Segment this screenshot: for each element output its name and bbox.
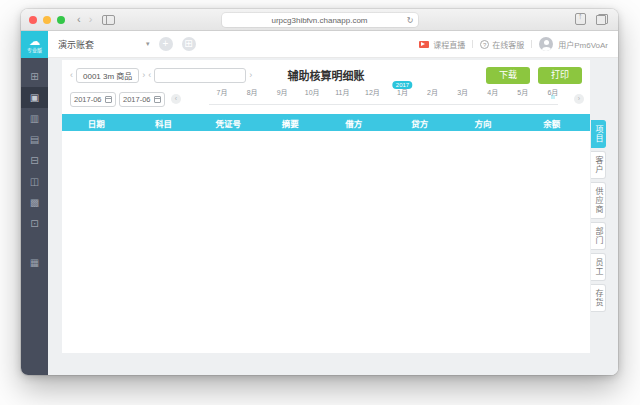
back-button[interactable]: ‹ [77, 14, 81, 25]
timeline-months: 7月8月9月10月11月12月20171月2月3月4月5月6月 [213, 88, 562, 112]
app-sidebar: ⊞▣▥▤⊟◫▩⊡▦ [21, 58, 48, 375]
month-label: 5月 [514, 88, 532, 97]
month-item[interactable]: 7月 [213, 88, 231, 112]
chevron-down-icon[interactable]: ▾ [146, 40, 150, 48]
tabs-overview-icon[interactable] [596, 14, 608, 25]
share-icon[interactable] [575, 13, 586, 25]
add-account-set-button[interactable]: + [159, 37, 173, 51]
print-button[interactable]: 打印 [538, 67, 582, 84]
date-to-input[interactable]: 2017-06 [119, 92, 165, 107]
download-button[interactable]: 下载 [486, 67, 530, 84]
sidebar-item-checkout-icon[interactable]: ▦ [21, 252, 48, 273]
column-header: 摘要 [260, 117, 321, 129]
sidebar-item-settings-icon[interactable]: ⊡ [21, 213, 48, 234]
column-header: 凭证号 [197, 117, 260, 129]
month-item[interactable]: 4月 [484, 88, 502, 112]
month-item[interactable]: 5月 [514, 88, 532, 112]
month-item[interactable]: 20171月 [393, 88, 411, 112]
month-label: 10月 [303, 88, 321, 97]
aux-tab-部门[interactable]: 部门 [591, 222, 606, 250]
traffic-lights [29, 16, 65, 24]
month-label: 7月 [213, 88, 231, 97]
month-label: 11月 [333, 88, 351, 97]
sidebar-item-inventory-icon[interactable]: ▩ [21, 192, 48, 213]
cloud-icon: ☁ [29, 36, 40, 47]
browser-titlebar: ‹ › urpcg3hibfvn.chanapp.com ↻ [21, 9, 618, 31]
month-timeline: 7月8月9月10月11月12月20171月2月3月4月5月6月 [183, 86, 572, 112]
sidebar-item-desktop-icon[interactable]: ⊞ [21, 66, 48, 87]
video-camera-icon [419, 41, 429, 48]
forward-button[interactable]: › [89, 14, 93, 25]
month-item[interactable]: 11月 [333, 88, 351, 112]
sidebar-toggle-icon[interactable] [102, 15, 115, 25]
cash-icon: ▤ [30, 134, 39, 145]
year-badge: 2017 [393, 81, 412, 89]
timeline-prev-icon[interactable]: ‹ [171, 94, 181, 104]
desktop-icon: ⊞ [30, 71, 38, 82]
aux-tab-供应商[interactable]: 供应商 [591, 182, 606, 219]
table-header: 日期科目凭证号摘要借方贷方方向余额 [62, 114, 590, 131]
month-item[interactable]: 3月 [454, 88, 472, 112]
user-name-label: 用户Pm6VoAr [558, 39, 608, 50]
url-text: urpcg3hibfvn.chanapp.com [271, 16, 367, 25]
sidebar-item-report-icon[interactable]: ▥ [21, 108, 48, 129]
month-item[interactable]: 2月 [424, 88, 442, 112]
divider [472, 40, 473, 48]
date-from-value: 2017-06 [74, 95, 102, 104]
sidebar-item-cash-icon[interactable]: ▤ [21, 129, 48, 150]
aux-tab-项目[interactable]: 项目 [591, 120, 606, 148]
month-item[interactable]: 10月 [303, 88, 321, 112]
live-course-label: 课程直播 [433, 39, 465, 50]
sidebar-item-voucher-icon[interactable]: ▣ [21, 87, 48, 108]
salary-icon: ◫ [30, 176, 39, 187]
online-support-label: 在线客服 [492, 39, 524, 50]
reload-icon[interactable]: ↻ [407, 16, 414, 25]
month-item[interactable]: 6月 [544, 88, 562, 112]
close-button[interactable] [29, 16, 37, 24]
month-label: 2月 [424, 88, 442, 97]
month-label: 6月 [544, 88, 562, 97]
aux-tab-员工[interactable]: 员工 [591, 253, 606, 281]
sidebar-item-salary-icon[interactable]: ◫ [21, 171, 48, 192]
timeline-next-icon[interactable]: › [574, 94, 584, 104]
zoom-button[interactable] [57, 16, 65, 24]
date-to-value: 2017-06 [123, 95, 151, 104]
app-header-bar: 演示账套 ▾ + ⊞ 课程直播 ? 在线客服 用户Pm6VoAr [48, 31, 618, 58]
column-header: 方向 [453, 117, 514, 129]
inventory-icon: ▩ [30, 197, 39, 208]
app-logo[interactable]: ☁ 专业版 [21, 31, 48, 58]
live-course-link[interactable]: 课程直播 [419, 39, 465, 50]
online-support-link[interactable]: ? 在线客服 [480, 39, 524, 50]
logo-edition-label: 专业版 [27, 48, 42, 53]
browser-window: ‹ › urpcg3hibfvn.chanapp.com ↻ ☁ 专业版 ⊞▣▥… [21, 9, 618, 375]
report-icon: ▥ [30, 113, 39, 124]
month-label: 3月 [454, 88, 472, 97]
month-item[interactable]: 12月 [363, 88, 381, 112]
account-set-selector[interactable]: 演示账套 [58, 38, 94, 51]
address-bar[interactable]: urpcg3hibfvn.chanapp.com ↻ [222, 13, 418, 27]
month-label: 9月 [273, 88, 291, 97]
sidebar-item-invoice-icon[interactable]: ⊟ [21, 150, 48, 171]
aux-category-tabs: 项目客户供应商部门员工存货 [591, 120, 606, 312]
column-header: 科目 [131, 117, 197, 129]
date-from-input[interactable]: 2017-06 [70, 92, 116, 107]
month-item[interactable]: 8月 [243, 88, 261, 112]
divider [531, 40, 532, 48]
ledger-card: ‹ 0001 3m 商品 › ‹ › 辅助核算明细账 下载 打印 [62, 60, 590, 353]
table-body [62, 131, 590, 353]
aux-tab-客户[interactable]: 客户 [591, 151, 606, 179]
voucher-icon: ▣ [30, 92, 39, 103]
month-item[interactable]: 9月 [273, 88, 291, 112]
minimize-button[interactable] [43, 16, 51, 24]
user-avatar [539, 37, 553, 51]
month-label: 8月 [243, 88, 261, 97]
main-content: ‹ 0001 3m 商品 › ‹ › 辅助核算明细账 下载 打印 [48, 58, 618, 375]
month-label: 1月 [393, 88, 411, 97]
checkout-icon: ▦ [30, 257, 39, 268]
user-menu[interactable]: 用户Pm6VoAr [539, 37, 608, 51]
calendar-icon [154, 96, 161, 103]
settings-icon: ⊡ [30, 218, 38, 229]
aux-tab-存货[interactable]: 存货 [591, 284, 606, 312]
question-icon: ? [480, 40, 489, 49]
account-set-list-button[interactable]: ⊞ [182, 37, 196, 51]
